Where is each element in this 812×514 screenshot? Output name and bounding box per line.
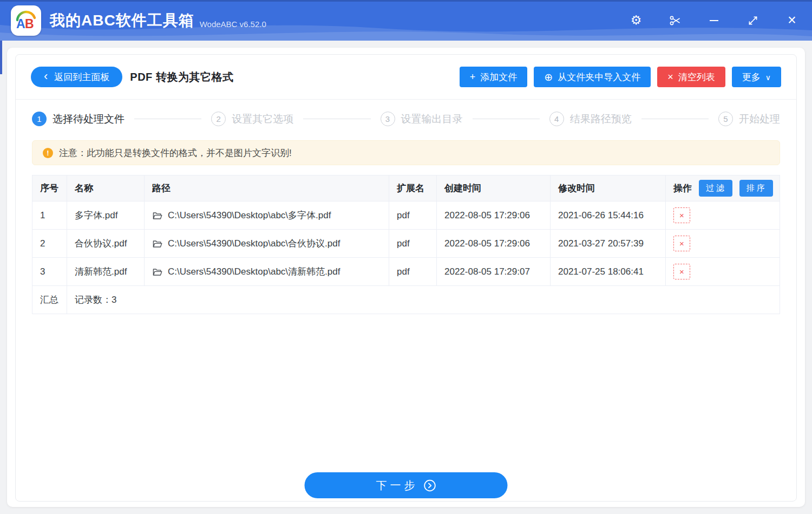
maximize-icon (747, 15, 759, 27)
step-5-process: 5 开始处理 (718, 112, 780, 126)
step-4-label: 结果路径预览 (570, 112, 632, 126)
app-logo: A B (11, 5, 41, 36)
scissors-icon[interactable] (668, 14, 682, 28)
step-1-label: 选择待处理文件 (53, 112, 125, 126)
chevron-down-icon: ∨ (765, 74, 771, 81)
content-area: 1 选择待处理文件 2 设置其它选项 3 设置输出目录 4 (16, 100, 796, 501)
step-4-preview: 4 结果路径预览 (549, 112, 632, 126)
summary-count: 记录数：3 (67, 286, 780, 314)
folder-icon (152, 239, 162, 249)
file-table: 序号 名称 路径 扩展名 创建时间 修改时间 操作 过滤 排序 (32, 175, 780, 314)
settings-gear-icon[interactable]: ⚙ (629, 14, 643, 28)
summary-row: 汇总 记录数：3 (32, 286, 780, 314)
cell-operation: × (666, 230, 780, 258)
back-button-label: 返回到主面板 (54, 71, 109, 83)
table-row: 3 清新韩范.pdf C:\Users\54390\Desktop\abc\清新… (32, 258, 780, 286)
filter-button[interactable]: 过滤 (699, 180, 732, 197)
delete-row-button[interactable]: × (673, 236, 690, 251)
header-name: 名称 (67, 175, 145, 201)
clear-list-label: 清空列表 (678, 71, 715, 83)
step-5-label: 开始处理 (739, 112, 780, 126)
step-2-label: 设置其它选项 (232, 112, 293, 126)
cell-name: 合伙协议.pdf (67, 230, 145, 258)
cell-ext: pdf (389, 258, 437, 286)
next-step-button[interactable]: 下一步 (305, 472, 508, 498)
step-1-select-files: 1 选择待处理文件 (32, 112, 125, 126)
step-3-label: 设置输出目录 (401, 112, 463, 126)
cell-ext: pdf (389, 230, 437, 258)
step-connector (641, 119, 709, 119)
circle-arrow-right-icon (424, 479, 436, 492)
path-text: C:\Users\54390\Desktop\abc\合伙协议.pdf (168, 237, 340, 250)
cell-path: C:\Users\54390\Desktop\abc\合伙协议.pdf (145, 230, 389, 258)
cell-operation: × (666, 201, 780, 230)
action-bar: ‹ 返回到主面板 PDF 转换为其它格式 + 添加文件 ⊕ 从文件夹中导入文件 … (16, 55, 796, 100)
step-3-number: 3 (381, 112, 395, 126)
path-text: C:\Users\54390\Desktop\abc\清新韩范.pdf (168, 265, 340, 278)
header-index: 序号 (32, 175, 67, 201)
operation-label: 操作 (673, 182, 692, 194)
title-bar: A B 我的ABC软件工具箱 WodeABC v6.52.0 ⚙ × (0, 0, 812, 41)
delete-row-button[interactable]: × (673, 264, 690, 279)
table-row: 2 合伙协议.pdf C:\Users\54390\Desktop\abc\合伙… (32, 230, 780, 258)
minimize-button[interactable] (707, 14, 721, 28)
step-connector (473, 119, 540, 119)
add-files-button[interactable]: + 添加文件 (460, 67, 528, 87)
svg-text:A: A (16, 17, 25, 31)
cell-modified: 2021-06-26 15:44:16 (551, 201, 666, 230)
step-1-number: 1 (32, 112, 47, 126)
minimize-icon (710, 20, 718, 21)
step-connector (303, 119, 370, 119)
plus-icon: + (470, 72, 476, 82)
close-button[interactable]: × (785, 14, 799, 28)
cell-index: 2 (32, 230, 67, 258)
header-modified: 修改时间 (551, 175, 666, 201)
sort-button[interactable]: 排序 (739, 180, 773, 197)
step-4-number: 4 (549, 112, 564, 126)
cell-index: 3 (32, 258, 67, 286)
table-header-row: 序号 名称 路径 扩展名 创建时间 修改时间 操作 过滤 排序 (32, 175, 780, 201)
cell-created: 2022-08-05 17:29:07 (437, 258, 551, 286)
step-2-options: 2 设置其它选项 (211, 112, 293, 126)
cell-name: 清新韩范.pdf (67, 258, 145, 286)
folder-icon (152, 267, 162, 277)
circle-plus-icon: ⊕ (544, 72, 553, 82)
cell-created: 2022-08-05 17:29:06 (437, 201, 551, 230)
notice-banner: ! 注意：此功能只是转换文件的格式，并不是图片文字识别! (32, 140, 780, 165)
import-from-folder-button[interactable]: ⊕ 从文件夹中导入文件 (534, 67, 651, 87)
header-path: 路径 (145, 175, 389, 201)
cell-name: 多字体.pdf (67, 201, 145, 230)
notice-text: 注意：此功能只是转换文件的格式，并不是图片文字识别! (59, 147, 292, 159)
cell-created: 2022-08-05 17:29:06 (437, 230, 551, 258)
cell-path: C:\Users\54390\Desktop\abc\多字体.pdf (145, 201, 389, 230)
clear-x-icon: × (667, 72, 673, 82)
summary-label: 汇总 (32, 286, 67, 314)
cell-path: C:\Users\54390\Desktop\abc\清新韩范.pdf (145, 258, 389, 286)
more-button[interactable]: 更多 ∨ (732, 67, 781, 87)
cell-modified: 2021-07-25 18:06:41 (551, 258, 666, 286)
clear-list-button[interactable]: × 清空列表 (657, 67, 725, 87)
cell-ext: pdf (389, 201, 437, 230)
table-row: 1 多字体.pdf C:\Users\54390\Desktop\abc\多字体… (32, 201, 780, 230)
page-background: ‹ 返回到主面板 PDF 转换为其它格式 + 添加文件 ⊕ 从文件夹中导入文件 … (0, 41, 812, 514)
header-operation: 操作 过滤 排序 (666, 175, 780, 201)
maximize-button[interactable] (746, 14, 760, 28)
import-folder-label: 从文件夹中导入文件 (558, 71, 640, 83)
svg-text:B: B (25, 17, 34, 31)
back-to-dashboard-button[interactable]: ‹ 返回到主面板 (31, 67, 122, 87)
step-3-output-dir: 3 设置输出目录 (381, 112, 463, 126)
abc-logo-icon: A B (15, 9, 37, 32)
cell-modified: 2021-03-27 20:57:39 (551, 230, 666, 258)
more-label: 更多 (742, 71, 761, 83)
header-ext: 扩展名 (389, 175, 437, 201)
delete-row-button[interactable]: × (673, 207, 690, 223)
warning-icon: ! (43, 148, 53, 158)
app-title: 我的ABC软件工具箱 (50, 10, 194, 31)
add-files-label: 添加文件 (480, 71, 517, 83)
cell-operation: × (666, 258, 780, 286)
cell-index: 1 (32, 201, 67, 230)
background-window-sliver (0, 41, 2, 74)
step-indicator: 1 选择待处理文件 2 设置其它选项 3 设置输出目录 4 (32, 112, 780, 126)
back-chevron-icon: ‹ (44, 70, 48, 82)
step-connector (134, 119, 201, 119)
